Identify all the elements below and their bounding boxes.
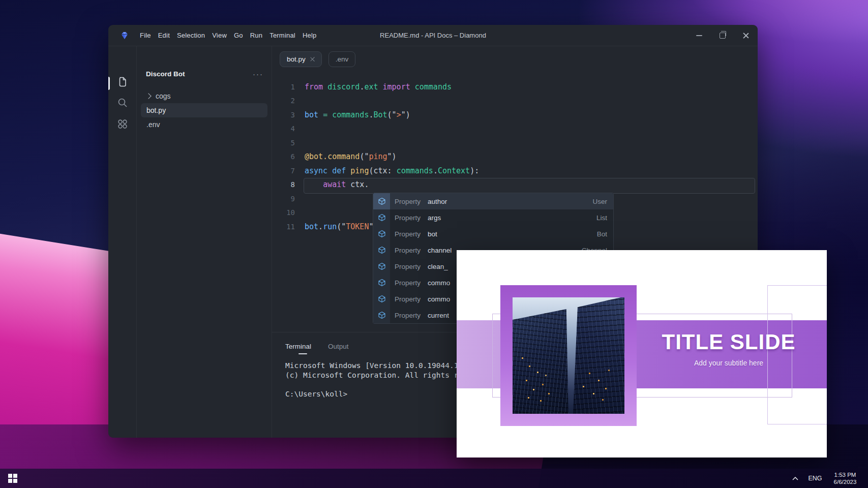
property-cube-icon (378, 311, 386, 319)
autocomplete-icon-cell (373, 307, 390, 323)
tab-close-icon[interactable] (310, 57, 315, 62)
terminal-panel-tabs: Terminal Output (285, 343, 349, 354)
language-indicator[interactable]: ENG (804, 475, 826, 482)
property-cube-icon (378, 246, 386, 254)
explorer-button[interactable] (108, 76, 136, 88)
slide-photo-frame (500, 285, 637, 426)
menu-item-go[interactable]: Go (234, 32, 243, 39)
line-number: 7 (272, 167, 305, 175)
code-token: commands (397, 166, 433, 175)
tree-item-cogs[interactable]: cogs (141, 89, 267, 103)
code-token: . (364, 180, 369, 189)
autocomplete-icon-cell (373, 274, 390, 291)
maximize-button[interactable] (711, 25, 734, 46)
code-token: commands (332, 110, 369, 119)
autocomplete-kind: Property (395, 295, 421, 303)
code-token: . (318, 222, 323, 231)
file-explorer-icon (117, 76, 128, 88)
code-token: ") (387, 152, 397, 161)
code-token: async def (305, 166, 350, 175)
code-token: ext (364, 82, 378, 92)
autocomplete-kind: Property (395, 247, 421, 254)
menu-item-view[interactable]: View (212, 32, 227, 39)
system-tray: ENG 1:53 PM 6/6/2023 (787, 469, 868, 488)
windows-logo-icon (8, 474, 12, 478)
autocomplete-kind: Property (395, 214, 421, 222)
photo-tower-left (513, 309, 568, 414)
autocomplete-item-bot[interactable]: PropertybotBot (373, 226, 613, 242)
autocomplete-name: commo (428, 295, 450, 303)
menu-item-run[interactable]: Run (250, 32, 262, 39)
menu-item-file[interactable]: File (140, 32, 151, 39)
autocomplete-icon-cell (373, 193, 390, 209)
property-cube-icon (378, 262, 386, 270)
clock[interactable]: 1:53 PM 6/6/2023 (826, 471, 864, 485)
autocomplete-type: User (592, 198, 607, 205)
time: 1:53 PM (826, 471, 864, 478)
autocomplete-item-author[interactable]: PropertyauthorUser (373, 193, 613, 209)
tab-output[interactable]: Output (328, 343, 349, 354)
menu-item-edit[interactable]: Edit (158, 32, 170, 39)
autocomplete-type: List (596, 214, 607, 222)
presentation-slide-window[interactable]: TITLE SLIDE Add your subtitle here (457, 250, 827, 458)
menu-item-selection[interactable]: Selection (177, 32, 205, 39)
autocomplete-type: Bot (597, 230, 607, 238)
close-button[interactable] (734, 25, 758, 46)
code-token: TOKEN (346, 222, 369, 231)
autocomplete-name: author (428, 198, 447, 205)
code-token: . (433, 166, 438, 175)
editor-tab-botpy[interactable]: bot.py (280, 51, 322, 67)
code-line-content: async def ping(ctx: commands.Context): (305, 166, 479, 175)
sidebar-header: Discord Bot ··· (146, 70, 263, 78)
minimize-icon (696, 35, 702, 36)
code-token: (" (337, 222, 346, 231)
code-line-5: 5 (272, 136, 756, 150)
tree-item-label: .env (146, 120, 160, 129)
extensions-button[interactable] (108, 118, 136, 130)
line-number: 10 (272, 208, 305, 217)
more-actions-button[interactable]: ··· (253, 70, 263, 78)
code-token: ping (369, 152, 387, 161)
property-cube-icon (378, 214, 386, 222)
code-token: ): (470, 166, 479, 175)
autocomplete-item-args[interactable]: PropertyargsList (373, 209, 613, 226)
line-number: 6 (272, 152, 305, 161)
code-token (305, 180, 323, 189)
autocomplete-name: channel (428, 247, 452, 254)
code-token: ping (350, 166, 369, 175)
code-line-content: @bot.command("ping") (305, 152, 397, 161)
code-token: (" (387, 110, 397, 119)
property-cube-icon (378, 279, 386, 287)
code-token: commands (415, 82, 452, 92)
tree-item-botpy[interactable]: bot.py (141, 103, 267, 117)
menu-item-help[interactable]: Help (303, 32, 317, 39)
start-button[interactable] (8, 474, 17, 483)
code-token: bot (305, 222, 318, 231)
line-number: 11 (272, 223, 305, 231)
code-line-content: bot.run("TOKEN") (305, 222, 378, 231)
minimize-button[interactable] (687, 25, 711, 46)
code-token: ") (401, 110, 410, 119)
autocomplete-name: commo (428, 279, 450, 287)
chevron-right-icon (145, 93, 151, 99)
property-cube-icon (378, 230, 386, 238)
code-token: ctx (350, 180, 364, 189)
code-token: run (323, 222, 337, 231)
code-token (327, 110, 332, 119)
code-token: (" (360, 152, 369, 161)
code-line-content: await ctx. (305, 180, 369, 189)
code-line-3: 3bot = commands.Bot(">") (272, 108, 756, 122)
editor-tab-env[interactable]: .env (328, 51, 356, 67)
tray-expand-button[interactable] (787, 477, 804, 480)
menu-item-terminal[interactable]: Terminal (270, 32, 295, 39)
code-token: : (387, 166, 397, 175)
autocomplete-name: current (428, 312, 449, 319)
property-cube-icon (378, 197, 386, 205)
autocomplete-kind: Property (395, 198, 421, 205)
tab-terminal[interactable]: Terminal (285, 343, 311, 354)
line-number: 3 (272, 111, 305, 119)
search-button[interactable] (108, 97, 136, 108)
tree-item-env[interactable]: .env (141, 117, 267, 132)
sidebar-file-explorer: Discord Bot ··· cogsbot.py.env (137, 46, 272, 438)
title-bar: FileEditSelectionViewGoRunTerminalHelp R… (108, 25, 758, 46)
